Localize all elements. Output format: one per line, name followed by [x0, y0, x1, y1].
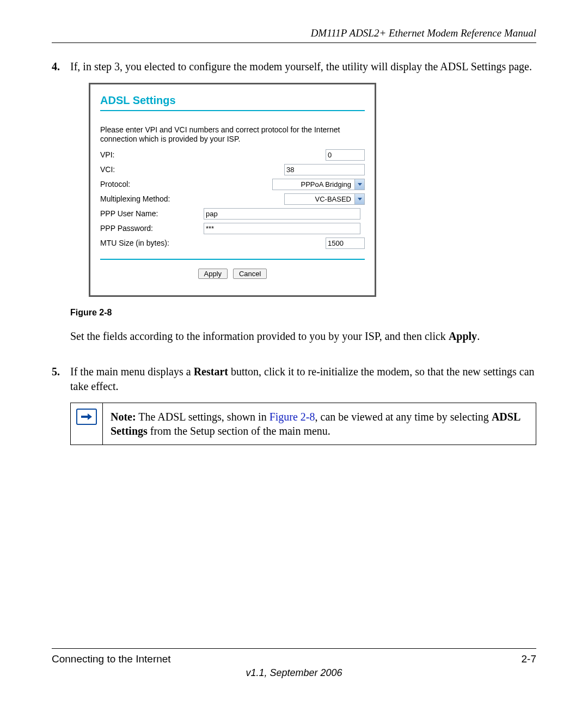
figure-after-text: Set the fields according to the informat…	[70, 329, 536, 344]
footer-page: 2-7	[522, 653, 536, 665]
input-ppp-user[interactable]	[204, 208, 360, 220]
label-mux: Multiplexing Method:	[100, 194, 204, 204]
adsl-settings-title: ADSL Settings	[100, 93, 365, 108]
step-5-text-a: If the main menu displays a	[70, 366, 194, 378]
note-icon-cell	[71, 403, 103, 445]
step-5-body: If the main menu displays a Restart butt…	[70, 364, 536, 445]
row-ppp-pass: PPP Password:	[100, 223, 365, 234]
chevron-down-icon	[354, 179, 364, 190]
apply-word: Apply	[449, 330, 477, 342]
row-mux: Multiplexing Method: VC-BASED	[100, 193, 365, 205]
select-mux[interactable]: VC-BASED	[284, 193, 365, 205]
restart-word: Restart	[194, 366, 228, 378]
input-ppp-pass[interactable]	[204, 223, 360, 234]
chevron-down-icon	[354, 194, 364, 204]
footer: Connecting to the Internet 2-7 v1.1, Sep…	[52, 648, 536, 679]
label-mtu: MTU Size (in bytes):	[100, 238, 204, 248]
step-5: 5. If the main menu displays a Restart b…	[52, 364, 536, 445]
label-ppp-pass: PPP Password:	[100, 223, 204, 234]
note-box: Note: The ADSL settings, shown in Figure…	[70, 403, 536, 445]
label-vci: VCI:	[100, 165, 204, 175]
select-protocol-value: PPPoA Bridging	[273, 179, 354, 190]
step-4-text: If, in step 3, you elected to configure …	[70, 60, 532, 72]
note-figure-link[interactable]: Figure 2-8	[270, 411, 315, 423]
select-mux-value: VC-BASED	[285, 194, 354, 204]
footer-version: v1.1, September 2006	[52, 667, 536, 679]
cancel-button[interactable]: Cancel	[233, 269, 267, 279]
button-row: Apply Cancel	[100, 269, 365, 279]
label-vpi: VPI:	[100, 150, 204, 160]
figure-2-8: ADSL Settings Please enter VPI and VCI n…	[89, 83, 536, 297]
footer-rule	[52, 648, 536, 649]
row-mtu: MTU Size (in bytes):	[100, 238, 365, 249]
input-vci[interactable]	[284, 164, 365, 175]
after-text-b: .	[477, 330, 480, 342]
label-ppp-user: PPP User Name:	[100, 209, 204, 219]
input-vpi[interactable]	[326, 149, 365, 161]
note-prefix: Note:	[111, 411, 136, 423]
adsl-title-rule	[100, 110, 365, 111]
after-text-a: Set the fields according to the informat…	[70, 330, 449, 342]
adsl-settings-window: ADSL Settings Please enter VPI and VCI n…	[89, 83, 376, 297]
row-vci: VCI:	[100, 164, 365, 175]
step-5-number: 5.	[52, 364, 70, 445]
step-4-number: 4.	[52, 59, 70, 354]
row-protocol: Protocol: PPPoA Bridging	[100, 179, 365, 190]
step-4: 4. If, in step 3, you elected to configu…	[52, 59, 536, 354]
footer-chapter: Connecting to the Internet	[52, 653, 171, 665]
label-protocol: Protocol:	[100, 179, 204, 190]
row-ppp-user: PPP User Name:	[100, 208, 365, 220]
apply-button[interactable]: Apply	[198, 269, 228, 279]
select-protocol[interactable]: PPPoA Bridging	[272, 179, 365, 190]
row-vpi: VPI:	[100, 149, 365, 161]
adsl-instruction: Please enter VPI and VCI numbers and cor…	[100, 125, 365, 144]
input-mtu[interactable]	[326, 238, 365, 249]
note-text-b: , can be viewed at any time by selecting	[315, 411, 492, 423]
doc-header-title: DM111P ADSL2+ Ethernet Modem Reference M…	[52, 27, 536, 39]
note-text: Note: The ADSL settings, shown in Figure…	[103, 403, 536, 445]
arrow-right-icon	[76, 409, 97, 425]
adsl-bottom-rule	[100, 259, 365, 260]
note-text-a: The ADSL settings, shown in	[136, 411, 270, 423]
step-4-body: If, in step 3, you elected to configure …	[70, 59, 536, 354]
figure-caption: Figure 2-8	[70, 307, 536, 319]
header-rule	[52, 42, 536, 43]
note-text-c: from the Setup section of the main menu.	[148, 425, 330, 437]
